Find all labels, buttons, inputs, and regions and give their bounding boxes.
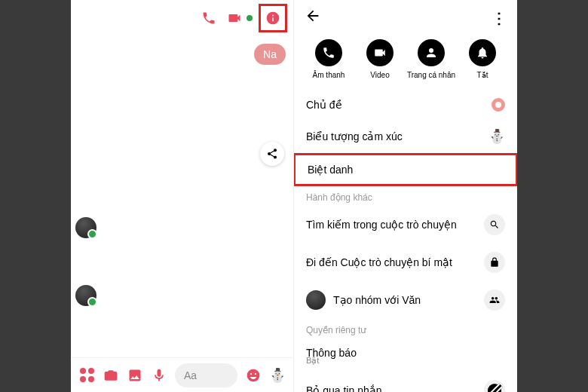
ignore-row[interactable]: Bỏ qua tin nhắn <box>294 372 517 392</box>
group-icon <box>484 289 505 311</box>
mute-action[interactable]: Tắt <box>458 39 507 79</box>
row-label: Thông báo <box>306 347 505 359</box>
chat-topbar <box>71 0 293 36</box>
more-icon[interactable]: ⋮ <box>487 6 511 30</box>
phone-icon <box>315 39 342 66</box>
avatar[interactable] <box>75 217 96 238</box>
info-topbar: ⋮ <box>294 0 517 36</box>
back-arrow-icon[interactable] <box>300 5 326 32</box>
ignore-icon <box>484 380 505 392</box>
share-icon[interactable] <box>260 142 284 166</box>
row-label: Chủ đề <box>306 99 492 111</box>
lock-icon <box>484 252 505 273</box>
message-input[interactable]: Aa <box>175 363 237 387</box>
back-arrow-icon[interactable] <box>77 5 89 31</box>
info-pane: ⋮ Âm thanh Video Trang cá nhân Tắt Chủ <box>294 0 517 392</box>
chat-pane: Na Aa ⛄ <box>71 0 294 392</box>
row-label: Biểu tượng cảm xúc <box>306 130 488 142</box>
create-group-row[interactable]: Tạo nhóm với Văn <box>294 281 517 319</box>
chat-body: Na <box>71 36 293 357</box>
info-button-highlight <box>259 4 287 32</box>
row-label: Bỏ qua tin nhắn <box>306 384 478 392</box>
video-icon <box>366 39 394 66</box>
theme-row[interactable]: Chủ đề <box>294 90 517 120</box>
avatar <box>306 290 326 310</box>
avatar[interactable] <box>75 285 96 306</box>
bell-icon <box>469 39 496 66</box>
action-label: Âm thanh <box>313 71 345 79</box>
quick-actions: Âm thanh Video Trang cá nhân Tắt <box>294 36 517 90</box>
row-label: Đi đến Cuộc trò chuyện bí mật <box>306 256 478 268</box>
app-frame: Na Aa ⛄ ⋮ Âm thanh <box>71 0 517 392</box>
row-label: Biệt danh <box>308 164 504 176</box>
snowman-icon: ⛄ <box>488 128 505 145</box>
notifications-row[interactable]: Thông báo <box>294 338 517 360</box>
action-label: Tắt <box>477 71 488 79</box>
call-actions <box>198 4 287 32</box>
composer: Aa ⛄ <box>71 357 293 392</box>
section-header: Quyền riêng tư <box>294 319 517 338</box>
action-label: Video <box>370 71 389 79</box>
quick-emoji-icon[interactable]: ⛄ <box>269 367 286 384</box>
action-label: Trang cá nhân <box>407 71 455 79</box>
audio-call-icon[interactable] <box>198 8 219 29</box>
emoji-row[interactable]: Biểu tượng cảm xúc ⛄ <box>294 120 517 153</box>
video-action[interactable]: Video <box>356 39 404 79</box>
secret-row[interactable]: Đi đến Cuộc trò chuyện bí mật <box>294 243 517 281</box>
emoji-icon[interactable] <box>245 367 262 384</box>
audio-action[interactable]: Âm thanh <box>305 39 353 79</box>
outgoing-message[interactable]: Na <box>254 44 286 65</box>
online-dot-icon <box>247 15 253 21</box>
person-icon <box>418 39 445 66</box>
image-icon[interactable] <box>127 367 143 384</box>
search-row[interactable]: Tìm kiếm trong cuộc trò chuyện <box>294 206 517 243</box>
section-header: Hành động khác <box>294 186 517 206</box>
settings-list: Chủ đề Biểu tượng cảm xúc ⛄ Biệt danh Hà… <box>294 90 517 392</box>
apps-icon[interactable] <box>78 367 95 384</box>
row-label: Tìm kiếm trong cuộc trò chuyện <box>306 219 478 231</box>
row-label: Tạo nhóm với Văn <box>333 294 478 306</box>
video-call-icon[interactable] <box>224 8 245 29</box>
search-icon <box>484 214 505 235</box>
camera-icon[interactable] <box>103 367 119 384</box>
theme-ring-icon <box>492 98 505 112</box>
profile-action[interactable]: Trang cá nhân <box>407 39 455 79</box>
nickname-row[interactable]: Biệt danh <box>294 153 517 186</box>
mic-icon[interactable] <box>151 367 167 384</box>
info-icon[interactable] <box>262 8 283 29</box>
